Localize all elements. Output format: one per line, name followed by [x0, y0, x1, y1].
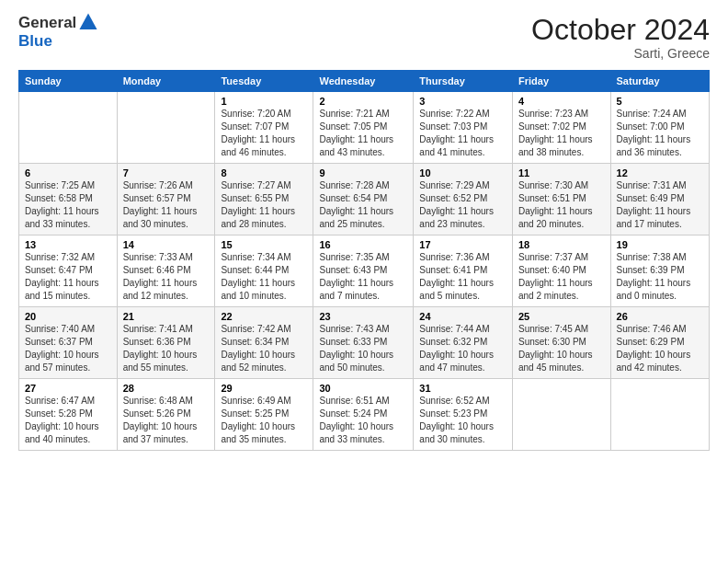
day-cell: 30Sunrise: 6:51 AMSunset: 5:24 PMDayligh…: [313, 379, 414, 451]
week-row-4: 27Sunrise: 6:47 AMSunset: 5:28 PMDayligh…: [19, 379, 710, 451]
day-info: Sunrise: 7:37 AMSunset: 6:40 PMDaylight:…: [518, 251, 605, 303]
day-number: 5: [617, 96, 703, 107]
logo-blue-text: Blue: [18, 32, 52, 50]
day-info: Sunrise: 7:32 AMSunset: 6:47 PMDaylight:…: [25, 251, 111, 303]
day-number: 15: [221, 239, 307, 250]
day-cell: 27Sunrise: 6:47 AMSunset: 5:28 PMDayligh…: [19, 379, 118, 451]
day-info: Sunrise: 7:34 AMSunset: 6:44 PMDaylight:…: [221, 251, 307, 303]
day-info: Sunrise: 6:47 AMSunset: 5:28 PMDaylight:…: [25, 395, 111, 446]
day-cell: [117, 92, 215, 164]
day-cell: 18Sunrise: 7:37 AMSunset: 6:40 PMDayligh…: [513, 236, 611, 307]
day-number: 23: [319, 311, 407, 322]
day-info: Sunrise: 7:24 AMSunset: 7:00 PMDaylight:…: [617, 108, 703, 159]
day-cell: 1Sunrise: 7:20 AMSunset: 7:07 PMDaylight…: [215, 92, 313, 164]
day-number: 9: [319, 167, 407, 178]
day-info: Sunrise: 7:45 AMSunset: 6:30 PMDaylight:…: [518, 323, 605, 374]
page: General Blue October 2024 Sarti, Greece …: [0, 0, 728, 563]
day-cell: [513, 379, 611, 451]
calendar-header-row: SundayMondayTuesdayWednesdayThursdayFrid…: [19, 71, 710, 92]
col-header-wednesday: Wednesday: [313, 71, 414, 92]
week-row-3: 20Sunrise: 7:40 AMSunset: 6:37 PMDayligh…: [19, 307, 710, 379]
day-cell: 28Sunrise: 6:48 AMSunset: 5:26 PMDayligh…: [117, 379, 215, 451]
month-title: October 2024: [531, 14, 710, 46]
day-cell: 16Sunrise: 7:35 AMSunset: 6:43 PMDayligh…: [313, 236, 414, 307]
day-cell: 21Sunrise: 7:41 AMSunset: 6:36 PMDayligh…: [117, 307, 215, 379]
day-cell: [19, 92, 118, 164]
day-number: 27: [25, 383, 111, 394]
day-number: 2: [319, 96, 407, 107]
logo-icon: [78, 12, 98, 32]
day-number: 17: [419, 239, 506, 250]
day-info: Sunrise: 7:38 AMSunset: 6:39 PMDaylight:…: [617, 251, 703, 303]
day-number: 6: [25, 167, 111, 178]
week-row-2: 13Sunrise: 7:32 AMSunset: 6:47 PMDayligh…: [19, 236, 710, 307]
day-cell: [610, 379, 709, 451]
day-info: Sunrise: 7:31 AMSunset: 6:49 PMDaylight:…: [617, 179, 703, 231]
day-info: Sunrise: 7:22 AMSunset: 7:03 PMDaylight:…: [419, 108, 506, 159]
day-cell: 3Sunrise: 7:22 AMSunset: 7:03 PMDaylight…: [414, 92, 513, 164]
location: Sarti, Greece: [531, 46, 710, 61]
day-number: 21: [123, 311, 210, 322]
day-number: 3: [419, 96, 506, 107]
day-cell: 19Sunrise: 7:38 AMSunset: 6:39 PMDayligh…: [610, 236, 709, 307]
day-number: 14: [123, 239, 210, 250]
title-block: October 2024 Sarti, Greece: [531, 14, 710, 61]
day-info: Sunrise: 7:20 AMSunset: 7:07 PMDaylight:…: [221, 108, 307, 159]
day-number: 12: [617, 167, 703, 178]
day-number: 28: [123, 383, 210, 394]
day-cell: 2Sunrise: 7:21 AMSunset: 7:05 PMDaylight…: [313, 92, 414, 164]
day-info: Sunrise: 7:41 AMSunset: 6:36 PMDaylight:…: [123, 323, 210, 374]
day-number: 10: [419, 167, 506, 178]
col-header-friday: Friday: [513, 71, 611, 92]
day-cell: 4Sunrise: 7:23 AMSunset: 7:02 PMDaylight…: [513, 92, 611, 164]
day-cell: 8Sunrise: 7:27 AMSunset: 6:55 PMDaylight…: [215, 164, 313, 236]
day-number: 29: [221, 383, 307, 394]
logo-general-text: General: [18, 14, 76, 31]
day-cell: 31Sunrise: 6:52 AMSunset: 5:23 PMDayligh…: [414, 379, 513, 451]
day-info: Sunrise: 7:30 AMSunset: 6:51 PMDaylight:…: [518, 179, 605, 231]
day-number: 16: [319, 239, 407, 250]
day-number: 11: [518, 167, 605, 178]
day-info: Sunrise: 6:48 AMSunset: 5:26 PMDaylight:…: [123, 395, 210, 446]
day-info: Sunrise: 7:35 AMSunset: 6:43 PMDaylight:…: [319, 251, 407, 303]
day-cell: 15Sunrise: 7:34 AMSunset: 6:44 PMDayligh…: [215, 236, 313, 307]
day-cell: 23Sunrise: 7:43 AMSunset: 6:33 PMDayligh…: [313, 307, 414, 379]
day-info: Sunrise: 7:44 AMSunset: 6:32 PMDaylight:…: [419, 323, 506, 374]
day-cell: 26Sunrise: 7:46 AMSunset: 6:29 PMDayligh…: [610, 307, 709, 379]
day-info: Sunrise: 7:25 AMSunset: 6:58 PMDaylight:…: [25, 179, 111, 231]
day-cell: 5Sunrise: 7:24 AMSunset: 7:00 PMDaylight…: [610, 92, 709, 164]
day-cell: 25Sunrise: 7:45 AMSunset: 6:30 PMDayligh…: [513, 307, 611, 379]
day-number: 18: [518, 239, 605, 250]
day-number: 30: [319, 383, 407, 394]
day-number: 24: [419, 311, 506, 322]
day-info: Sunrise: 7:33 AMSunset: 6:46 PMDaylight:…: [123, 251, 210, 303]
day-cell: 6Sunrise: 7:25 AMSunset: 6:58 PMDaylight…: [19, 164, 118, 236]
day-number: 31: [419, 383, 506, 394]
calendar: SundayMondayTuesdayWednesdayThursdayFrid…: [18, 70, 710, 451]
day-cell: 9Sunrise: 7:28 AMSunset: 6:54 PMDaylight…: [313, 164, 414, 236]
col-header-monday: Monday: [117, 71, 215, 92]
day-info: Sunrise: 7:43 AMSunset: 6:33 PMDaylight:…: [319, 323, 407, 374]
logo: General Blue: [18, 14, 98, 51]
col-header-saturday: Saturday: [610, 71, 709, 92]
day-info: Sunrise: 7:28 AMSunset: 6:54 PMDaylight:…: [319, 179, 407, 231]
day-cell: 29Sunrise: 6:49 AMSunset: 5:25 PMDayligh…: [215, 379, 313, 451]
day-info: Sunrise: 7:36 AMSunset: 6:41 PMDaylight:…: [419, 251, 506, 303]
day-cell: 11Sunrise: 7:30 AMSunset: 6:51 PMDayligh…: [513, 164, 611, 236]
day-info: Sunrise: 7:23 AMSunset: 7:02 PMDaylight:…: [518, 108, 605, 159]
col-header-thursday: Thursday: [414, 71, 513, 92]
day-number: 1: [221, 96, 307, 107]
day-number: 20: [25, 311, 111, 322]
day-info: Sunrise: 7:21 AMSunset: 7:05 PMDaylight:…: [319, 108, 407, 159]
day-number: 19: [617, 239, 703, 250]
logo-general: General: [18, 14, 76, 32]
day-cell: 17Sunrise: 7:36 AMSunset: 6:41 PMDayligh…: [414, 236, 513, 307]
day-info: Sunrise: 7:26 AMSunset: 6:57 PMDaylight:…: [123, 179, 210, 231]
day-number: 13: [25, 239, 111, 250]
day-info: Sunrise: 7:40 AMSunset: 6:37 PMDaylight:…: [25, 323, 111, 374]
day-number: 8: [221, 167, 307, 178]
day-cell: 7Sunrise: 7:26 AMSunset: 6:57 PMDaylight…: [117, 164, 215, 236]
day-info: Sunrise: 6:51 AMSunset: 5:24 PMDaylight:…: [319, 395, 407, 446]
day-number: 25: [518, 311, 605, 322]
day-cell: 24Sunrise: 7:44 AMSunset: 6:32 PMDayligh…: [414, 307, 513, 379]
